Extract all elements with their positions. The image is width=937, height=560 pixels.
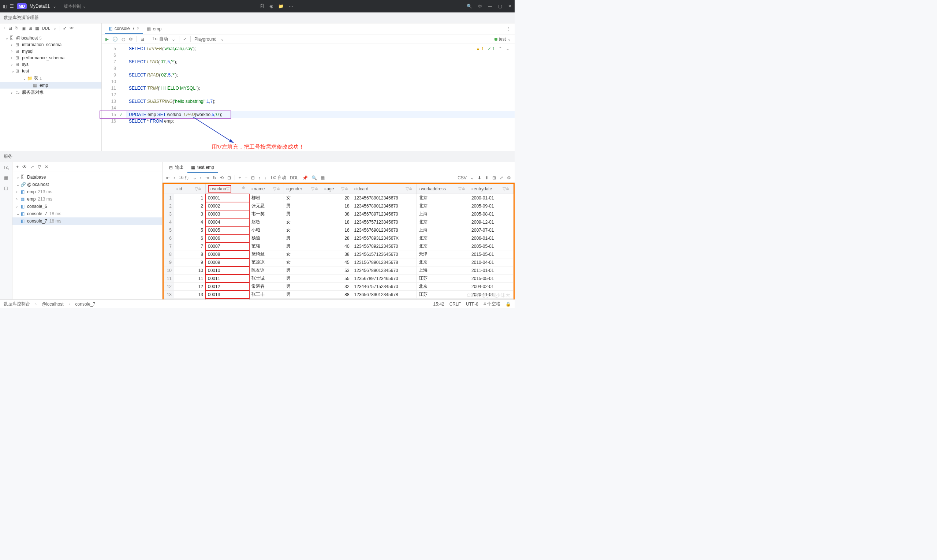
view-icon[interactable]: 👁: [22, 165, 27, 169]
svc-item-emp[interactable]: ›◧emp213 ms: [12, 188, 162, 195]
more-icon[interactable]: ⋯: [289, 4, 293, 9]
open-icon[interactable]: ↗: [31, 165, 34, 169]
tx-icon[interactable]: Tx,: [3, 165, 9, 170]
status-lineend[interactable]: CRLF: [449, 302, 461, 307]
remove-row-icon[interactable]: −: [245, 175, 248, 180]
tables-folder[interactable]: ⌄📁表1: [0, 74, 102, 82]
vcs-menu[interactable]: 版本控制 ⌄: [64, 3, 86, 9]
settings-icon[interactable]: ⚙: [478, 4, 482, 9]
console-icon[interactable]: ▦: [35, 26, 39, 31]
export-format[interactable]: CSV: [457, 175, 467, 180]
run-icon[interactable]: ▶: [105, 37, 109, 42]
folder-icon[interactable]: 📁: [278, 4, 284, 9]
datasource-icon[interactable]: ⊟: [8, 26, 12, 31]
playground-mode[interactable]: Playground: [194, 37, 217, 42]
col-idcard[interactable]: ▫idcard≑▽: [352, 184, 416, 194]
status-encoding[interactable]: UTF-8: [466, 302, 479, 307]
copy-icon[interactable]: ⊞: [492, 175, 496, 180]
next-page-icon[interactable]: ›: [200, 175, 202, 180]
schema-mysql[interactable]: ›⊞mysql: [0, 48, 102, 55]
target-schema[interactable]: test ⌄: [494, 37, 511, 42]
code-editor[interactable]: 5678910111213141516 ✓ SELECT UPPER('what…: [102, 44, 515, 151]
ddl-button[interactable]: DDL: [290, 175, 298, 180]
crumb-host[interactable]: @localhost: [42, 302, 64, 307]
filter-icon[interactable]: ▽: [38, 165, 41, 169]
table-row[interactable]: 3 3 00003 韦一笑 男 38 123456789712345670 上海…: [164, 210, 514, 218]
table-row[interactable]: 7 7 00007 范瑶 男 40 123456789212345670 北京 …: [164, 242, 514, 250]
refresh-icon[interactable]: ↻: [15, 26, 18, 31]
project-name[interactable]: MyData01: [30, 4, 50, 9]
status-indent[interactable]: 4 个空格: [483, 301, 500, 307]
tab-emp[interactable]: ▦emp: [143, 24, 165, 34]
col-gender[interactable]: ▫gender≑▽: [284, 184, 322, 194]
col-workno[interactable]: ▫workno▽≑: [206, 184, 249, 194]
settings-icon[interactable]: ⚙: [507, 175, 511, 180]
col-name[interactable]: ▫name≑▽: [249, 184, 284, 194]
database-icon[interactable]: 🗄: [260, 4, 264, 9]
settings-icon[interactable]: ⚙: [129, 37, 133, 42]
svc-item-emp[interactable]: ›▦emp213 ms: [12, 195, 162, 203]
add-row-icon[interactable]: +: [238, 175, 241, 180]
pin-icon[interactable]: ◫: [4, 186, 8, 191]
pin-icon[interactable]: 📌: [302, 175, 308, 180]
table-row[interactable]: 5 5 00005 小昭 女 16 123456769012345678 上海 …: [164, 226, 514, 234]
col-workaddress[interactable]: ▫workaddress≑▽: [416, 184, 469, 194]
table-row[interactable]: 8 8 00008 黛绮丝 女 38 123456157123645670 天津…: [164, 250, 514, 258]
schema-test[interactable]: ⌄⊞test: [0, 68, 102, 74]
table-emp[interactable]: ▦emp: [0, 82, 102, 89]
col-entrydate[interactable]: ▫entrydate≑▽: [469, 184, 514, 194]
schema-sys[interactable]: ›⊞sys: [0, 61, 102, 68]
run-target-icon[interactable]: ◉: [269, 4, 273, 9]
table-row[interactable]: 2 2 00002 张无忌 男 18 123456789012345670 北京…: [164, 202, 514, 210]
history-icon[interactable]: 🕘: [112, 37, 118, 42]
down-icon[interactable]: ↓: [264, 175, 266, 180]
app-icon[interactable]: ◧: [3, 4, 7, 9]
server-objects[interactable]: ›🗂服务器对象: [0, 89, 102, 96]
svc-item-console_6[interactable]: ›◧console_6: [12, 203, 162, 210]
add-icon[interactable]: +: [16, 165, 18, 169]
commit-icon[interactable]: ⊡: [227, 175, 231, 180]
last-page-icon[interactable]: ⇥: [205, 175, 209, 180]
schema-performance_schema[interactable]: ›⊞performance_schema: [0, 55, 102, 61]
crumb-console[interactable]: 数据库控制台: [4, 301, 30, 307]
table-row[interactable]: 10 10 00010 陈友谅 男 53 123456789012345670 …: [164, 266, 514, 274]
maximize-icon[interactable]: ▢: [498, 4, 502, 9]
table-row[interactable]: 1 1 00001 柳岩 女 20 123456789012345678 北京 …: [164, 194, 514, 202]
download-icon[interactable]: ⬇: [478, 175, 481, 180]
prev-page-icon[interactable]: ‹: [174, 175, 175, 180]
host-node[interactable]: ⌄🔗@localhost: [12, 181, 162, 188]
table-row[interactable]: 12 12 00012 常遇春 男 32 123446757152345670 …: [164, 283, 514, 291]
duplicate-icon[interactable]: ⊟: [251, 175, 255, 180]
database-node[interactable]: ⌄🗄Database: [12, 174, 162, 181]
table-row[interactable]: 9 9 00009 范凉凉 女 45 123156789012345678 北京…: [164, 258, 514, 266]
minimize-icon[interactable]: —: [488, 4, 492, 9]
first-page-icon[interactable]: ⇤: [166, 175, 170, 180]
grid-icon[interactable]: ▦: [4, 175, 8, 180]
view-icon[interactable]: 👁: [69, 26, 74, 31]
table-icon[interactable]: ⊞: [29, 26, 32, 31]
main-menu-icon[interactable]: ☰: [10, 4, 14, 9]
tx-mode[interactable]: Tx: 自动: [270, 175, 286, 181]
rownum-header[interactable]: [164, 184, 174, 194]
view-mode-icon[interactable]: ▦: [321, 175, 325, 180]
ddl-button[interactable]: DDL: [42, 26, 50, 31]
commit-icon[interactable]: ✓: [183, 37, 187, 42]
close-icon[interactable]: ✕: [45, 165, 48, 169]
table-row[interactable]: 11 11 00011 张士诚 男 55 123567897123465670 …: [164, 274, 514, 283]
close-icon[interactable]: ✕: [508, 4, 512, 9]
col-age[interactable]: ▫age≑▽: [322, 184, 352, 194]
explain-icon[interactable]: ◎: [122, 37, 125, 42]
up-icon[interactable]: ↑: [258, 175, 261, 180]
datasource-node[interactable]: ⌄🗄@localhost5: [0, 35, 102, 42]
inspection-badges[interactable]: ▲ 1 ✓ 1 ⌃⌄: [476, 45, 509, 52]
tab-actions-icon[interactable]: ⋮: [506, 26, 515, 31]
crumb-file[interactable]: console_7: [75, 302, 95, 307]
rollback-icon[interactable]: ⊟: [140, 37, 144, 42]
svc-item-console_7[interactable]: ⌄◧console_718 ms: [12, 210, 162, 217]
maximize-icon[interactable]: ⤢: [500, 175, 503, 180]
tab-test-emp[interactable]: ▦test.emp: [188, 163, 218, 173]
stop-icon[interactable]: ▣: [22, 26, 26, 31]
table-row[interactable]: 6 6 00006 杨逍 男 28 12345678931234567X 北京 …: [164, 234, 514, 242]
expand-icon[interactable]: ⤢: [63, 26, 67, 31]
schema-information_schema[interactable]: ›⊞information_schema: [0, 42, 102, 48]
